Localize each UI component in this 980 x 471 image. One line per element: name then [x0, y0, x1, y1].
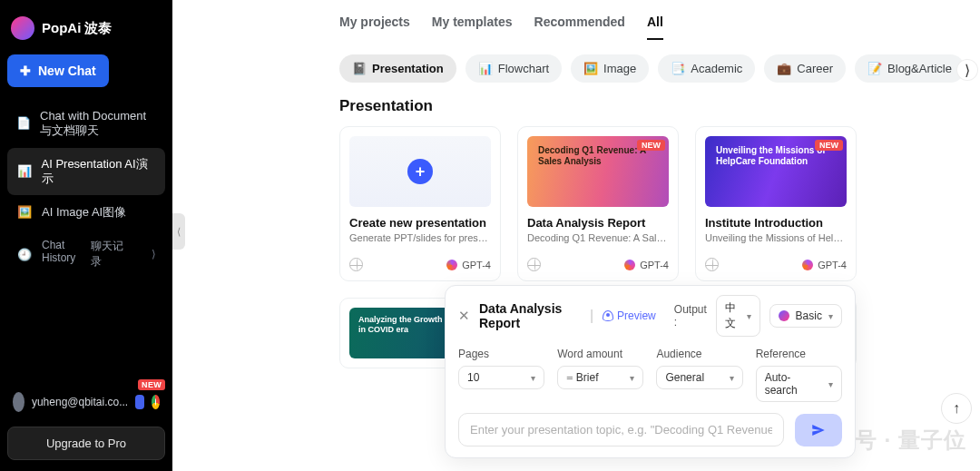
eye-icon: [603, 310, 613, 321]
card-create-new[interactable]: + Create new presentation Generate PPT/s…: [339, 126, 501, 281]
card-title: Institute Introduction: [705, 216, 847, 230]
model-dot-icon: [802, 260, 813, 270]
card-institute-intro[interactable]: NEW Unveiling the Missions of HelpCare F…: [695, 126, 857, 281]
image-icon: 🖼️: [16, 204, 33, 221]
section-title: Presentation: [339, 95, 980, 126]
brand-logo-icon: [11, 16, 34, 40]
reference-select[interactable]: Auto-search▾: [756, 366, 842, 402]
card-subtitle: Generate PPT/slides for presentat...: [349, 232, 491, 243]
field-label: Reference: [756, 348, 842, 360]
picture-icon: 🖼️: [583, 62, 598, 75]
chevron-down-icon: ▾: [828, 311, 833, 321]
chip-blog-article[interactable]: 📝Blog&Article: [855, 54, 965, 83]
template-cards-row1: + Create new presentation Generate PPT/s…: [339, 126, 980, 281]
field-word-amount: Word amount = Brief▾: [557, 348, 643, 402]
edge-icon[interactable]: [135, 395, 143, 409]
chevron-right-icon: ⟩: [152, 248, 156, 260]
field-reference: Reference Auto-search▾: [756, 348, 842, 402]
field-label: Word amount: [557, 348, 643, 360]
card-title: Create new presentation: [349, 216, 491, 230]
user-account[interactable]: NEW yuheng@qbitai.co...: [7, 385, 165, 419]
card-title: Data Analysis Report: [527, 216, 669, 230]
academic-icon: 📑: [671, 62, 685, 75]
new-tag: NEW: [815, 140, 843, 151]
model-badge: GPT-4: [802, 260, 847, 270]
chart-icon: 📊: [478, 62, 493, 75]
chat-history[interactable]: 🕘 Chat History 聊天记录 ⟩: [7, 230, 165, 279]
sidebar-item-label: Chat with Document 与文档聊天: [40, 109, 156, 139]
sidebar-item-label: AI Image AI图像: [42, 205, 126, 220]
sidebar-item-ai-presentation[interactable]: 📊 AI Presentation AI演示: [7, 148, 165, 196]
globe-icon[interactable]: [349, 258, 363, 271]
card-subtitle: Unveiling the Missions of HelpCare ...: [705, 232, 847, 243]
field-label: Pages: [458, 348, 544, 360]
category-chips: 📓Presentation 📊Flowchart 🖼️Image 📑Academ…: [339, 51, 980, 95]
chip-flowchart[interactable]: 📊Flowchart: [466, 54, 562, 83]
tab-all[interactable]: All: [647, 15, 663, 40]
topic-input[interactable]: [458, 413, 784, 446]
chip-image[interactable]: 🖼️Image: [571, 54, 649, 83]
new-tag: NEW: [637, 140, 665, 151]
top-tabs: My projects My templates Recommended All: [339, 13, 980, 51]
model-dot-icon: [624, 260, 635, 270]
model-badge: GPT-4: [446, 260, 491, 270]
tab-recommended[interactable]: Recommended: [534, 15, 625, 40]
plus-circle-icon: +: [407, 159, 433, 184]
card-subtitle: Decoding Q1 Revenue: A Sales An...: [527, 232, 669, 243]
chip-presentation[interactable]: 📓Presentation: [339, 54, 456, 83]
sidebar-collapse-handle[interactable]: ⟨: [172, 213, 185, 250]
brand[interactable]: PopAi 波泰: [7, 11, 165, 54]
chip-academic[interactable]: 📑Academic: [658, 54, 755, 83]
chip-career[interactable]: 💼Career: [764, 54, 846, 83]
field-audience: Audience General▾: [656, 348, 742, 402]
globe-icon[interactable]: [527, 258, 541, 271]
card-thumb: +: [349, 136, 491, 207]
composer-title: Data Analysis Report: [479, 301, 581, 330]
document-icon: 📄: [16, 115, 31, 132]
close-icon[interactable]: ✕: [458, 309, 470, 323]
user-email: yuheng@qbitai.co...: [32, 396, 128, 408]
tab-my-templates[interactable]: My templates: [432, 15, 513, 40]
sidebar-item-label: AI Presentation AI演示: [42, 157, 157, 187]
sidebar-item-ai-image[interactable]: 🖼️ AI Image AI图像: [7, 195, 165, 230]
new-chat-button[interactable]: ✚ New Chat: [7, 54, 109, 87]
sidebar-item-chat-with-document[interactable]: 📄 Chat with Document 与文档聊天: [7, 100, 165, 148]
field-pages: Pages 10▾: [458, 348, 544, 402]
scroll-top-button[interactable]: ↑: [941, 393, 972, 424]
sidebar: PopAi 波泰 ✚ New Chat 📄 Chat with Document…: [0, 0, 172, 471]
plan-icon: [779, 310, 789, 321]
notebook-icon: 📓: [352, 62, 367, 75]
avatar: [13, 392, 24, 412]
field-label: Audience: [656, 348, 742, 360]
chevron-down-icon: ▾: [730, 373, 734, 383]
model-dot-icon: [446, 260, 457, 270]
plan-select[interactable]: Basic ▾: [769, 304, 842, 328]
globe-icon[interactable]: [705, 258, 719, 271]
preview-button[interactable]: Preview: [603, 309, 656, 322]
card-thumb: NEW Unveiling the Missions of HelpCare F…: [705, 136, 847, 207]
pages-select[interactable]: 10▾: [458, 366, 544, 389]
card-data-analysis[interactable]: NEW Decoding Q1 Revenue: A Sales Analysi…: [517, 126, 679, 281]
presentation-icon: 📊: [16, 163, 33, 180]
output-label: Output :: [674, 303, 707, 329]
output-language-select[interactable]: 中文 ▾: [716, 295, 760, 337]
chevron-down-icon: ▾: [747, 311, 751, 321]
upgrade-button[interactable]: Upgrade to Pro: [7, 427, 165, 460]
new-badge: NEW: [138, 379, 165, 390]
send-button[interactable]: [795, 414, 842, 446]
chevron-down-icon: ▾: [828, 379, 833, 389]
word-amount-select[interactable]: = Brief▾: [557, 366, 643, 389]
main: My projects My templates Recommended All…: [172, 0, 980, 471]
chips-scroll-right[interactable]: ⟩: [957, 60, 977, 80]
chat-history-label-zh: 聊天记录: [91, 239, 129, 270]
chrome-icon[interactable]: [152, 395, 160, 409]
plus-icon: ✚: [20, 64, 31, 78]
composer-panel: ✕ Data Analysis Report | Preview Output …: [445, 285, 856, 458]
audience-select[interactable]: General▾: [656, 366, 742, 389]
tab-my-projects[interactable]: My projects: [339, 15, 410, 40]
send-icon: [810, 422, 827, 438]
briefcase-icon: 💼: [777, 62, 791, 75]
brand-name: PopAi 波泰: [42, 20, 113, 37]
chevron-down-icon: ▾: [531, 373, 535, 383]
chat-history-label-en: Chat History: [42, 239, 80, 270]
